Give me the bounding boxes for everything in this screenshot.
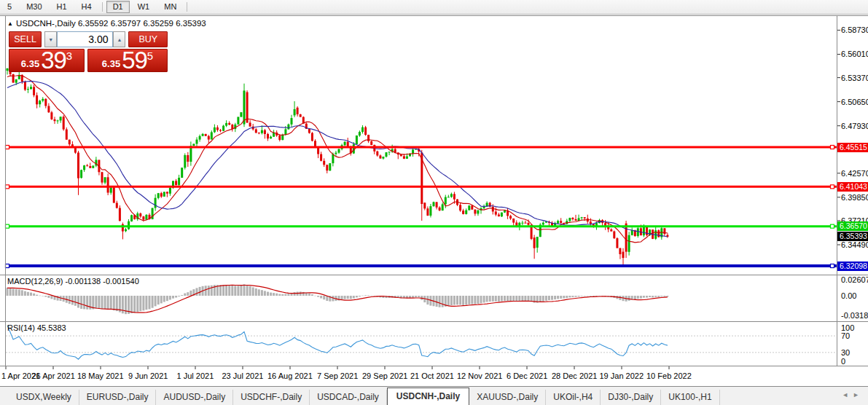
volume-input[interactable]: 3.00 (57, 31, 113, 47)
chevron-up-icon: ▲ (117, 37, 122, 42)
sell-price-big: 39 (41, 50, 66, 71)
buy-price-big: 59 (122, 50, 147, 71)
rsi-label: RSI(14) 45.5383 (7, 323, 66, 332)
price-badge: 6.32098 (837, 262, 868, 271)
timeframe-button-h4[interactable]: H4 (75, 1, 98, 13)
tab-scroll-arrows: ◄► (842, 391, 864, 398)
x-axis-label: 18 May 2021 (77, 371, 124, 380)
volume-increase-button[interactable]: ▲ (113, 31, 125, 47)
tab-usdcad-daily[interactable]: USDCAD-,Daily (310, 390, 387, 405)
buy-button[interactable]: BUY (128, 31, 168, 47)
collapse-icon[interactable]: ▲ (7, 20, 13, 27)
x-axis-label: 9 Jun 2021 (128, 371, 168, 380)
price-badge: 6.35393 (837, 232, 868, 241)
macd-axis-label: -0.03187 (841, 311, 868, 320)
macd-axis-label: 0.02607 (841, 275, 868, 284)
tab-dj30-daily[interactable]: DJ30-,Daily (601, 390, 661, 405)
y-axis-label: 6.42570 (841, 169, 868, 178)
x-axis-label: 16 Aug 2021 (267, 371, 313, 380)
rsi-axis-label: 30 (841, 348, 850, 357)
buy-price-handle: 6.35 (102, 58, 120, 69)
timeframe-button-d1[interactable]: D1 (106, 1, 130, 13)
ma-slow-line (7, 81, 668, 237)
timeframe-button-w1[interactable]: W1 (131, 1, 157, 13)
volume-decrease-button[interactable]: ▼ (44, 31, 57, 47)
x-axis-label: 6 Dec 2021 (507, 371, 547, 380)
x-axis-label: 23 Jul 2021 (222, 371, 264, 380)
y-axis-label: 6.53370 (841, 74, 868, 82)
tab-eurusd-daily[interactable]: EURUSD-,Daily (79, 390, 157, 405)
x-axis-label: 28 Dec 2021 (552, 371, 597, 380)
buy-price-display[interactable]: 6.35595 (87, 49, 168, 72)
support-resistance-lines (6, 146, 837, 268)
price-badge: 6.45515 (837, 143, 868, 152)
macd-signal-line (7, 285, 668, 312)
x-axis-label: 7 Sep 2021 (317, 371, 358, 380)
symbol-tab-bar: USDX,WeeklyEURUSD-,DailyAUDUSD-,DailyUSD… (0, 387, 868, 405)
x-axis-label: 12 Nov 2021 (457, 371, 502, 380)
tab-scroll-left-icon[interactable]: ◄ (842, 391, 853, 398)
tab-usdx-weekly[interactable]: USDX,Weekly (9, 390, 79, 405)
ma-fast-line (7, 76, 668, 243)
buy-price-pip: 5 (147, 50, 153, 61)
y-axis-label: 6.50650 (841, 98, 868, 106)
tab-audusd-daily[interactable]: AUDUSD-,Daily (156, 390, 233, 405)
y-axis-label: 6.58730 (841, 25, 868, 34)
chart-ohlc-values: 6.35592 6.35797 6.35259 6.35393 (78, 19, 206, 28)
tab-xauusd-daily[interactable]: XAUUSD-,Daily (469, 390, 546, 405)
sell-price-handle: 6.35 (21, 58, 39, 69)
timeframe-button-h1[interactable]: H1 (50, 1, 74, 13)
x-axis-label: 10 Feb 2022 (646, 371, 692, 380)
mt4-window: 5M30H1H4D1W1MN ▲USDCNH-,Daily 6.35592 6.… (0, 0, 868, 405)
rsi-axis-label: 0 (841, 357, 845, 366)
y-axis-label: 6.47930 (841, 122, 868, 130)
timeframe-button-m30[interactable]: M30 (20, 1, 48, 13)
tab-uk100-h1[interactable]: UK100-,H1 (661, 390, 719, 405)
chart-header: ▲USDCNH-,Daily 6.35592 6.35797 6.35259 6… (7, 19, 206, 28)
toolbar-separator (102, 2, 103, 12)
x-axis-label: 21 Oct 2021 (410, 371, 454, 380)
sell-price-pip: 3 (66, 50, 72, 61)
tab-usdchf-daily[interactable]: USDCHF-,Daily (233, 390, 310, 405)
axis-ticks (6, 30, 840, 369)
x-axis-label: 19 Jan 2022 (600, 371, 644, 380)
timeframe-button-mn[interactable]: MN (157, 1, 183, 13)
sell-button[interactable]: SELL (9, 31, 42, 47)
y-axis-label: 6.34490 (841, 240, 868, 249)
chart-title: USDCNH-,Daily (16, 19, 76, 28)
toolbar-separator (187, 2, 187, 12)
sell-price-display[interactable]: 6.35393 (9, 49, 85, 72)
timeframe-button-5[interactable]: 5 (1, 1, 18, 13)
timeframe-toolbar: 5M30H1H4D1W1MN (0, 0, 868, 14)
tab-ukoil-h4[interactable]: UKOil-,H4 (546, 390, 601, 405)
price-badge: 6.41043 (837, 182, 868, 192)
x-axis-label: 26 Apr 2021 (32, 371, 75, 380)
x-axis-label: 29 Sep 2021 (362, 371, 407, 380)
rsi-line (6, 326, 837, 360)
one-click-trade-widget: SELL ▼ 3.00 ▲ BUY 6.35393 6.35595 (9, 31, 168, 72)
tab-usdcnh-daily[interactable]: USDCNH-,Daily (387, 388, 469, 405)
x-axis-label: 1 Jul 2021 (177, 371, 214, 380)
macd-histogram (7, 284, 669, 314)
price-badge: 6.36570 (837, 221, 868, 231)
y-axis-label: 6.39850 (841, 193, 868, 202)
y-axis-label: 6.56010 (841, 50, 868, 58)
macd-axis-label: 0.00 (841, 291, 856, 300)
chevron-down-icon: ▼ (48, 37, 53, 42)
candlestick-series (7, 66, 669, 266)
tab-scroll-right-icon[interactable]: ► (853, 391, 864, 398)
macd-label: MACD(12,26,9) -0.001138 -0.001540 (7, 277, 139, 286)
rsi-axis-label: 70 (841, 331, 850, 340)
